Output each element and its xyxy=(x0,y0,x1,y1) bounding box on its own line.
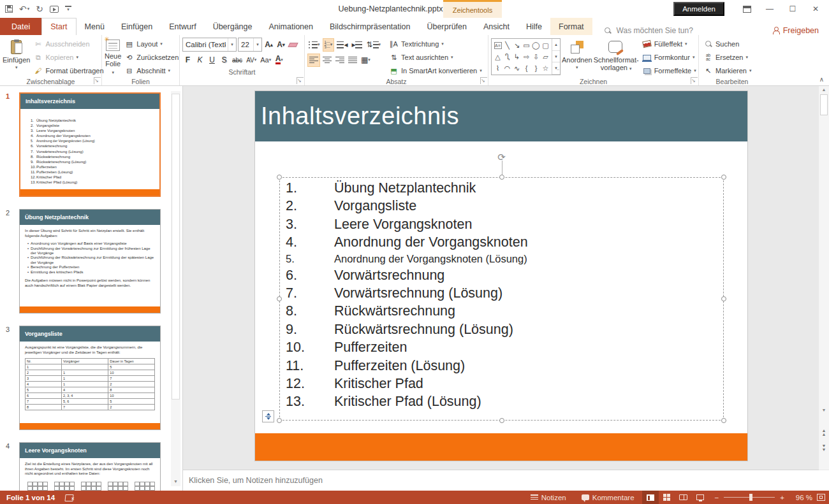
shape-right-brace-icon[interactable]: } xyxy=(531,62,541,74)
shape-outline-button[interactable]: Formkontur▾ xyxy=(640,51,698,64)
align-text-button[interactable]: ⇅Text ausrichten▾ xyxy=(387,51,484,64)
ribbon-tab[interactable]: Einfügen xyxy=(113,18,161,35)
dialog-launcher-icon[interactable]: ↘ xyxy=(480,77,487,84)
list-item[interactable]: 7. Vorwärtsrechnung (Lösung) xyxy=(286,285,721,303)
list-item[interactable]: 5. Anordnung der Vorgangsknoten (Lösung) xyxy=(286,253,721,268)
next-slide-icon[interactable]: ▼▼ xyxy=(819,444,829,452)
close-icon[interactable]: ✕ xyxy=(806,2,825,16)
normal-view-button[interactable] xyxy=(642,491,659,504)
select-button[interactable]: ↖Markieren▾ xyxy=(701,64,763,77)
shape-scribble-icon[interactable]: ⌇ xyxy=(493,62,503,74)
convert-smartart-button[interactable]: ⬒In SmartArt konvertieren▾ xyxy=(387,64,484,77)
resize-handle[interactable] xyxy=(499,175,504,180)
character-spacing-button[interactable]: AV▾ xyxy=(245,54,258,67)
change-case-button[interactable]: Aa▾ xyxy=(259,54,272,67)
increase-font-button[interactable]: A▴ xyxy=(263,38,274,52)
sign-in-button[interactable]: Anmelden xyxy=(673,2,724,16)
shape-arc-icon[interactable]: ◠ xyxy=(503,62,512,74)
font-size-combo[interactable]: 22▾ xyxy=(238,38,262,52)
ribbon-tab[interactable]: Menü xyxy=(77,18,113,35)
list-item[interactable]: 11. Pufferzeiten (Lösung) xyxy=(286,358,721,376)
ribbon-tab[interactable]: Ansicht xyxy=(475,18,518,35)
new-slide-button[interactable]: Neue Folie ▾ xyxy=(105,37,121,76)
list-item[interactable]: 12. Kritischer Pfad xyxy=(286,376,721,394)
list-item[interactable]: 1. Übung Netzplantechnik xyxy=(286,180,721,198)
editor-scrollbar[interactable]: ▲ ▼ ▲▲ ▼▼ xyxy=(819,86,829,470)
bold-button[interactable]: F xyxy=(182,54,193,67)
resize-handle[interactable] xyxy=(277,296,282,301)
scroll-up-icon[interactable]: ▲ xyxy=(819,87,829,92)
redo-icon[interactable]: ↻ xyxy=(36,4,43,14)
shape-curve-icon[interactable]: ∿ xyxy=(512,62,522,74)
scrollbar-thumb[interactable] xyxy=(820,94,828,115)
dialog-launcher-icon[interactable]: ↘ xyxy=(94,77,101,84)
decrease-font-button[interactable]: A▾ xyxy=(275,38,286,52)
strikethrough-button[interactable]: abc xyxy=(231,54,244,67)
undo-icon[interactable]: ↶▾ xyxy=(19,4,29,14)
slide-canvas[interactable]: Inhaltsverzeichnis ⟳ xyxy=(255,91,747,461)
resize-handle[interactable] xyxy=(721,418,726,423)
tell-me-search[interactable]: Was möchten Sie tun? xyxy=(604,26,693,35)
shape-arrow-icon[interactable]: ↘ xyxy=(512,40,522,51)
ribbon-tab[interactable]: Übergänge xyxy=(205,18,261,35)
content-placeholder-selection[interactable]: ⟳ 1. Übung Netzplantechnik xyxy=(279,177,724,421)
notes-toggle[interactable]: Notizen xyxy=(523,491,574,504)
list-item[interactable]: 10. Pufferzeiten xyxy=(286,340,721,357)
replace-button[interactable]: abacErsetzen▾ xyxy=(701,51,763,64)
section-button[interactable]: ⊟Abschnitt▾ xyxy=(122,64,180,77)
autofit-options-button[interactable] xyxy=(262,410,274,422)
shape-down-arrow-icon[interactable]: ⇩ xyxy=(531,51,541,62)
shape-flowchart-icon[interactable]: ▱ xyxy=(541,51,550,62)
shape-right-arrow-icon[interactable]: ⇨ xyxy=(522,51,531,62)
share-button[interactable]: Freigeben xyxy=(772,26,819,35)
font-name-combo[interactable]: Calibri (Textkör▾ xyxy=(182,38,237,52)
text-shadow-button[interactable]: S xyxy=(219,54,230,67)
ribbon-tab[interactable]: Animationen xyxy=(260,18,321,35)
bullets-button[interactable]: ▾ xyxy=(307,38,321,52)
shape-star-icon[interactable]: ☆ xyxy=(541,62,550,74)
text-direction-button[interactable]: ∥ATextrichtung▾ xyxy=(387,38,484,50)
shape-rounded-rectangle-icon[interactable]: ▢ xyxy=(541,40,550,51)
scrollbar-thumb[interactable] xyxy=(172,94,180,400)
ribbon-tab[interactable]: Überprüfen xyxy=(418,18,475,35)
paste-button[interactable]: Einfügen▾ xyxy=(3,37,30,76)
ribbon-tab[interactable]: Hilfe xyxy=(518,18,550,35)
copy-button[interactable]: ⧉Kopieren▾ xyxy=(31,51,105,64)
chevron-down-icon[interactable]: ▾ xyxy=(228,38,236,51)
gallery-more-icon[interactable]: ▼̲ xyxy=(552,62,560,75)
notes-pane[interactable]: Klicken Sie, um Notizen hinzuzufügen xyxy=(183,470,829,491)
ribbon-tab[interactable]: Format xyxy=(550,18,592,35)
italic-button[interactable]: K xyxy=(194,54,205,67)
spell-check-icon[interactable] xyxy=(65,494,73,501)
ribbon-tab[interactable]: Entwurf xyxy=(161,18,204,35)
shape-triangle-icon[interactable]: △ xyxy=(493,51,503,62)
start-presentation-icon[interactable] xyxy=(50,6,59,13)
comments-toggle[interactable]: Kommentare xyxy=(574,491,642,504)
zoom-in-button[interactable]: + xyxy=(780,494,784,501)
shape-elbow-icon[interactable]: Ⴂ xyxy=(503,51,512,62)
font-color-button[interactable]: A▾ xyxy=(274,54,284,67)
list-item[interactable]: 8. Rückwärtsrechnung xyxy=(286,303,721,321)
reading-view-button[interactable] xyxy=(675,491,692,504)
reset-button[interactable]: ⟲Zurücksetzen xyxy=(122,51,180,64)
align-right-button[interactable] xyxy=(334,54,346,67)
decrease-indent-button[interactable]: ◂ xyxy=(335,38,349,52)
cut-button[interactable]: ✄Ausschneiden xyxy=(31,38,105,50)
list-item[interactable]: 13. Kritischer Pfad (Lösung) xyxy=(286,394,721,412)
minimize-icon[interactable]: — xyxy=(760,2,779,16)
align-left-button[interactable] xyxy=(307,54,320,67)
slide-sorter-view-button[interactable] xyxy=(659,491,675,504)
ribbon-tab[interactable]: Start xyxy=(41,18,76,35)
save-icon[interactable] xyxy=(5,5,13,13)
gallery-down-icon[interactable]: ▼ xyxy=(552,51,560,63)
scroll-down-icon[interactable]: ▼ xyxy=(171,479,180,484)
ribbon-display-options-icon[interactable] xyxy=(737,2,756,16)
shape-effects-button[interactable]: Formeffekte▾ xyxy=(640,64,698,77)
collapse-ribbon-icon[interactable]: ∧ xyxy=(819,76,824,83)
clear-formatting-button[interactable] xyxy=(288,38,298,52)
resize-handle[interactable] xyxy=(277,418,282,423)
dialog-launcher-icon[interactable]: ↘ xyxy=(691,77,698,84)
underline-button[interactable]: U xyxy=(207,54,217,67)
shape-oval-icon[interactable]: ◯ xyxy=(531,40,541,51)
resize-handle[interactable] xyxy=(721,296,726,301)
